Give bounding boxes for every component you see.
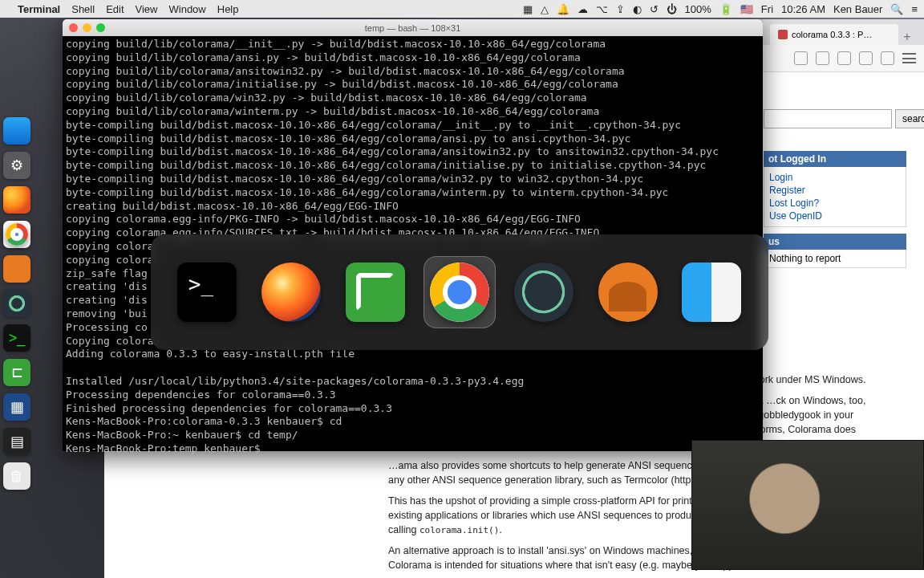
menu-edit[interactable]: Edit xyxy=(106,3,124,15)
flag-icon[interactable]: 🇺🇸 xyxy=(740,3,753,15)
switcher-terminal-icon[interactable] xyxy=(171,256,243,328)
app-name[interactable]: Terminal xyxy=(18,3,60,15)
zoom-icon[interactable] xyxy=(96,23,105,32)
login-link[interactable]: Login xyxy=(769,172,901,183)
chrome-icon xyxy=(430,263,489,322)
menu-shell[interactable]: Shell xyxy=(71,3,95,15)
terminal-icon[interactable]: >_ xyxy=(3,324,30,352)
ext-icon[interactable] xyxy=(881,51,894,65)
switcher-firefox-icon[interactable] xyxy=(255,256,327,328)
menubar-tray-icon[interactable]: ↺ xyxy=(650,3,659,15)
menubar-tray-icon[interactable]: △ xyxy=(541,3,549,15)
search-button[interactable]: search xyxy=(895,109,924,128)
ext-icon[interactable] xyxy=(859,51,873,65)
system-prefs-icon[interactable]: ⚙ xyxy=(3,152,30,179)
switcher-sublime-icon[interactable] xyxy=(592,256,664,328)
menubar-tray-icon[interactable]: 🔔 xyxy=(557,3,569,15)
hamburger-icon[interactable] xyxy=(902,53,916,63)
sublime-icon[interactable] xyxy=(3,255,30,283)
finder-icon xyxy=(682,263,741,322)
favicon-icon xyxy=(778,30,788,39)
atom-icon xyxy=(514,263,573,322)
sublime-icon xyxy=(598,263,658,322)
menu-window[interactable]: Window xyxy=(169,3,206,15)
menubar-tray-icon[interactable]: ◐ xyxy=(633,3,642,15)
switcher-finder-icon[interactable] xyxy=(675,256,748,328)
switcher-camtasia-icon[interactable] xyxy=(339,256,411,328)
terminal-icon xyxy=(177,263,237,322)
dock: ⚙ >_ ⊏ ▦ ▤ 🗑 xyxy=(0,112,34,495)
firefox-icon[interactable] xyxy=(3,186,30,214)
login-panel: Login Register Lost Login? Use OpenID xyxy=(764,167,906,227)
register-link[interactable]: Register xyxy=(769,185,901,196)
tab-colorama[interactable]: colorama 0.3.3 : P… xyxy=(770,24,898,45)
minimize-icon[interactable] xyxy=(83,23,91,32)
camtasia-icon[interactable]: ⊏ xyxy=(3,359,30,386)
menu-help[interactable]: Help xyxy=(217,3,239,15)
terminal-title: temp — bash — 108×31 xyxy=(63,23,763,33)
login-panel-header: ot Logged In xyxy=(764,151,906,167)
chrome-icon[interactable] xyxy=(3,221,30,248)
menubar: Terminal Shell Edit View Window Help ▦ △… xyxy=(0,0,924,18)
ext-icon[interactable] xyxy=(837,51,851,65)
clock-time[interactable]: 10:26 AM xyxy=(781,3,825,15)
pypi-sidebar: search ot Logged In Login Register Lost … xyxy=(764,109,906,268)
finder-icon[interactable] xyxy=(3,117,30,144)
trash-icon[interactable]: 🗑 xyxy=(3,462,30,490)
app-icon[interactable]: ▦ xyxy=(3,393,30,421)
battery-icon[interactable]: 🔋 xyxy=(719,3,732,15)
code-snippet: colorama.init() xyxy=(419,525,499,535)
battery-pct[interactable]: 100% xyxy=(685,3,711,15)
menubar-tray-icon[interactable]: ☁ xyxy=(578,3,588,15)
firefox-icon xyxy=(261,263,321,322)
camtasia-icon xyxy=(346,263,405,322)
spotlight-icon[interactable]: 🔍 xyxy=(890,3,903,15)
switcher-atom-icon[interactable] xyxy=(508,256,580,328)
menu-view[interactable]: View xyxy=(136,3,158,15)
new-tab-button[interactable]: + xyxy=(898,29,916,45)
switcher-chrome-icon[interactable] xyxy=(424,256,496,328)
menubar-tray-icon[interactable]: ⇪ xyxy=(616,3,625,15)
terminal-titlebar[interactable]: temp — bash — 108×31 xyxy=(63,19,763,36)
menubar-tray-icon[interactable]: ⌥ xyxy=(596,3,608,15)
close-icon[interactable] xyxy=(69,23,78,32)
search-input[interactable] xyxy=(764,109,892,128)
clock-day[interactable]: Fri xyxy=(761,3,773,15)
atom-icon[interactable] xyxy=(3,290,30,317)
webcam-overlay xyxy=(691,440,924,570)
lost-login-link[interactable]: Lost Login? xyxy=(769,197,901,209)
ext-icon[interactable] xyxy=(816,51,829,65)
user-name[interactable]: Ken Bauer xyxy=(833,3,882,15)
app-icon[interactable]: ▤ xyxy=(3,428,30,455)
status-panel-body: Nothing to report xyxy=(764,250,906,268)
notification-icon[interactable]: ≡ xyxy=(911,3,918,15)
app-switcher[interactable] xyxy=(151,234,768,350)
ext-icon[interactable] xyxy=(794,51,808,65)
menubar-tray-icon[interactable]: ▦ xyxy=(523,3,533,15)
menubar-tray-icon[interactable]: ⏻ xyxy=(667,3,677,15)
status-panel-header: us xyxy=(764,234,906,250)
openid-link[interactable]: Use OpenID xyxy=(769,210,901,222)
tab-title: colorama 0.3.3 : P… xyxy=(792,30,872,39)
